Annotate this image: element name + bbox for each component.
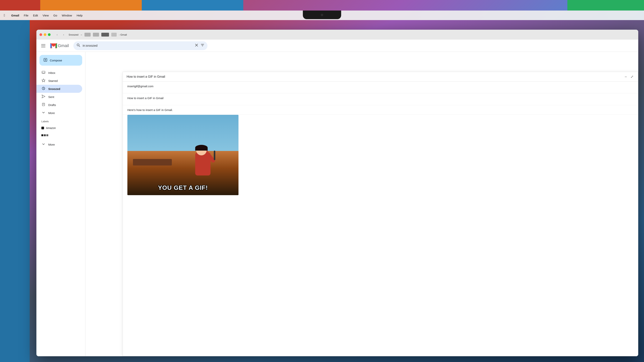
popup-expand-button[interactable]: ⤢ [630, 74, 634, 80]
label-amazon[interactable]: Amazon [36, 124, 85, 132]
popup-minimize-button[interactable]: – [624, 74, 628, 79]
camera-dot [321, 14, 323, 16]
hamburger-line-1 [41, 44, 46, 45]
labels-more-label: More [48, 143, 55, 146]
email-content-area: How to insert a GIF in Gmail – ⤢ insertg… [85, 52, 638, 356]
search-bar[interactable]: in:snoozed [73, 41, 208, 50]
top-color-orange [40, 0, 142, 10]
email-gif-area: YOU GET A GIF! [123, 115, 638, 356]
email-meta: insertgif@gmail.com [123, 81, 638, 93]
label-sq-2 [44, 134, 46, 136]
svg-marker-17 [42, 79, 45, 82]
chevron-down-icon [42, 111, 46, 115]
titlebar-dark-box [101, 33, 109, 36]
compose-icon [43, 58, 48, 63]
clock-icon [42, 86, 46, 91]
label-sq-1 [42, 134, 43, 136]
gmail-logo: Gmail [50, 43, 69, 48]
hamburger-line-2 [41, 45, 46, 46]
window-title: Snoozed [68, 33, 78, 36]
sidebar-item-sent-label: Sent [48, 95, 54, 99]
titlebar-center: Snoozed – - Gmail [68, 33, 127, 36]
email-gif: YOU GET A GIF! [128, 115, 238, 195]
sidebar-item-snoozed-label: Snoozed [48, 87, 60, 90]
desktop-blue-left [0, 20, 30, 362]
sidebar-item-drafts-label: Drafts [48, 103, 56, 107]
email-from: insertgif@gmail.com [128, 85, 634, 88]
sidebar-item-starred[interactable]: Starred [36, 77, 82, 85]
email-popup: How to insert a GIF in Gmail – ⤢ insertg… [122, 72, 638, 356]
draft-icon [42, 103, 46, 107]
close-button[interactable] [40, 33, 42, 36]
nav-arrows: ‹ › [54, 32, 66, 37]
titlebar-gray-box [84, 33, 90, 36]
gmail-main: Compose Inbox [36, 52, 638, 356]
inbox-icon [42, 70, 46, 75]
traffic-lights [40, 33, 50, 36]
menu-file[interactable]: File [24, 14, 28, 17]
sidebar-item-sent[interactable]: Sent [36, 93, 82, 101]
titlebar-gray-box2 [93, 33, 99, 36]
search-clear-button[interactable] [195, 43, 198, 48]
sidebar-item-inbox[interactable]: Inbox [36, 69, 82, 77]
titlebar-light-box [111, 33, 117, 36]
browser-window: ‹ › Snoozed – - Gmail [36, 30, 638, 356]
email-subject-area: How to insert a GIF in Gmail [123, 93, 638, 105]
sidebar-more-label: More [48, 111, 55, 115]
search-filter-button[interactable] [200, 43, 204, 48]
labels-section: Labels Amazon [36, 117, 85, 141]
popup-title: How to insert a GIF in Gmail [126, 75, 165, 78]
label-squares-icon [42, 134, 48, 136]
search-icon [76, 43, 80, 48]
back-button[interactable]: ‹ [54, 32, 60, 37]
labels-title: Labels [36, 118, 85, 124]
top-color-green [568, 0, 644, 10]
labels-more-button[interactable]: More [36, 141, 85, 149]
label-amazon-text: Amazon [46, 127, 56, 130]
gif-text: YOU GET A GIF! [158, 184, 208, 191]
sidebar: Compose Inbox [36, 52, 85, 356]
menu-gmail[interactable]: Gmail [11, 14, 19, 17]
menu-go[interactable]: Go [54, 14, 57, 17]
svg-line-20 [44, 88, 44, 89]
svg-line-7 [79, 46, 80, 47]
top-color-red [0, 0, 40, 10]
menu-window[interactable]: Window [62, 14, 72, 17]
svg-marker-21 [42, 95, 45, 98]
svg-rect-4 [56, 43, 57, 48]
camera-notch [303, 10, 341, 19]
email-body-text: Here's how to insert a GIF in Gmail. [123, 105, 638, 115]
browser-titlebar: ‹ › Snoozed – - Gmail [36, 30, 638, 40]
gmail-m-icon [50, 43, 57, 48]
email-subject: How to insert a GIF in Gmail [128, 96, 634, 100]
apple-logo-icon:  [4, 13, 5, 17]
sidebar-item-starred-label: Starred [48, 79, 58, 82]
menu-view[interactable]: View [42, 14, 49, 17]
fullscreen-button[interactable] [48, 33, 50, 36]
forward-button[interactable]: › [61, 32, 66, 37]
popup-controls: – ⤢ [624, 74, 634, 80]
gmail-logo-text: Gmail [58, 43, 69, 48]
hamburger-line-3 [41, 47, 46, 47]
sidebar-item-drafts[interactable]: Drafts [36, 101, 82, 109]
sidebar-item-snoozed[interactable]: Snoozed [36, 85, 82, 93]
label-other[interactable] [36, 132, 85, 139]
search-input[interactable]: in:snoozed [82, 44, 192, 47]
compose-button[interactable]: Compose [40, 55, 82, 66]
menu-help[interactable]: Help [76, 14, 82, 17]
window-suffix: - Gmail [119, 33, 127, 36]
star-icon [42, 78, 46, 83]
sidebar-more-button[interactable]: More [36, 109, 85, 117]
labels-chevron-down-icon [42, 142, 46, 147]
amazon-label-dot [42, 127, 44, 129]
svg-rect-3 [50, 43, 52, 48]
send-icon [42, 95, 46, 99]
compose-label: Compose [50, 59, 62, 62]
menu-toggle-button[interactable] [40, 42, 47, 49]
label-sq-3 [46, 134, 48, 136]
menu-edit[interactable]: Edit [33, 14, 38, 17]
gmail-app: Gmail in:snoozed [36, 40, 638, 356]
popup-titlebar: How to insert a GIF in Gmail – ⤢ [123, 72, 638, 81]
gmail-topbar: Gmail in:snoozed [36, 40, 638, 52]
minimize-button[interactable] [44, 33, 46, 36]
